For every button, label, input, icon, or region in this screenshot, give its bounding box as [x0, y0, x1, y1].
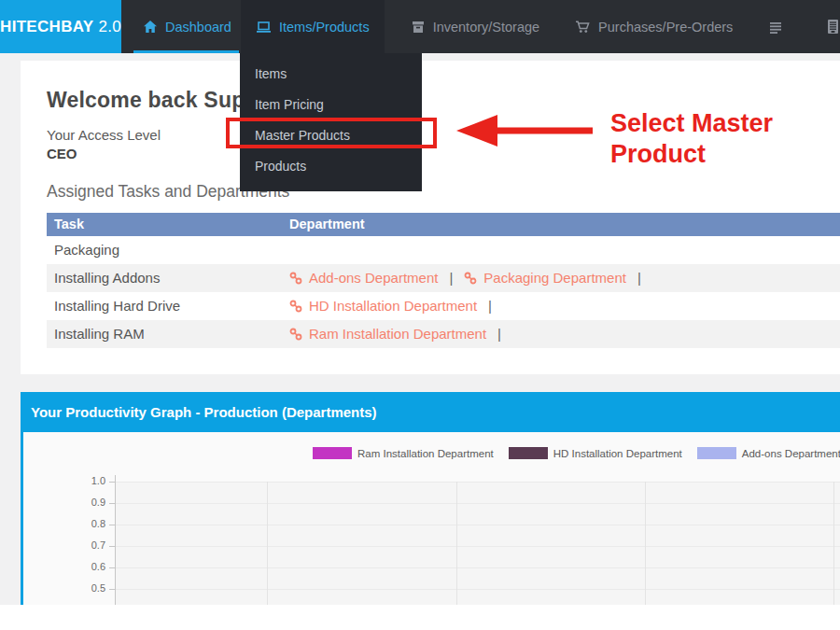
- table-row: Installing Addons Add-ons Department | P…: [47, 264, 840, 292]
- archive-icon: [411, 20, 426, 35]
- y-axis-tick: 0.7: [81, 539, 105, 551]
- annotation-text: Select Master Product: [610, 108, 773, 170]
- task-cell: Installing Hard Drive: [47, 292, 289, 320]
- column-header-task: Task: [47, 213, 289, 236]
- task-cell: Installing RAM: [47, 320, 289, 348]
- department-link-label: HD Installation Department: [309, 292, 477, 320]
- y-axis-tick: 0.5: [81, 582, 105, 594]
- brand-logo[interactable]: HITECHBAY 2.0: [0, 0, 121, 53]
- y-axis-tick: 1.0: [81, 475, 105, 486]
- y-axis-tick: 0.9: [81, 497, 105, 508]
- nav-label: Dashboard: [165, 20, 231, 35]
- annotation-arrow-icon: [455, 113, 595, 148]
- task-list-icon: [768, 20, 783, 35]
- task-cell: Installing Addons: [47, 264, 289, 292]
- department-link-label: Add-ons Department: [309, 264, 438, 292]
- chart-panel-title: Your Productivity Graph - Production (De…: [21, 392, 840, 432]
- laptop-icon: [256, 20, 272, 35]
- y-axis-tickmark: [109, 503, 115, 504]
- chart-legend: Ram Installation Department HD Installat…: [313, 447, 840, 459]
- plot-background: [116, 482, 840, 605]
- tasks-departments-table: Task Department Packaging Installing Add…: [47, 213, 840, 348]
- legend-label: Ram Installation Department: [357, 448, 494, 459]
- task-cell: Packaging: [47, 236, 289, 264]
- dropdown-item-items[interactable]: Items: [240, 59, 422, 90]
- dropdown-item-item-pricing[interactable]: Item Pricing: [240, 90, 422, 120]
- department-cell: Add-ons Department | Packaging Departmen…: [289, 264, 840, 292]
- department-link[interactable]: HD Installation Department: [289, 292, 477, 320]
- cart-icon: [575, 20, 591, 35]
- department-cell: Ram Installation Department |: [289, 320, 840, 348]
- highlight-rectangle: [226, 118, 437, 148]
- department-cell: [289, 236, 840, 264]
- gridline: [116, 546, 840, 547]
- productivity-graph-panel: Your Productivity Graph - Production (De…: [21, 392, 840, 605]
- y-axis-line: [115, 475, 116, 605]
- nav-item-tasks-operations[interactable]: [759, 0, 800, 53]
- legend-item[interactable]: Add-ons Department: [697, 447, 840, 459]
- welcome-heading: Welcome back Sup: [47, 88, 245, 113]
- nav-item-items-products[interactable]: Items/Products: [241, 0, 385, 53]
- gridline: [645, 482, 646, 605]
- nav-item-reports[interactable]: [817, 0, 840, 53]
- top-navbar: HITECHBAY 2.0 Dashboard Items/Products I…: [0, 0, 840, 53]
- separator: |: [488, 292, 492, 320]
- gridline: [456, 482, 457, 605]
- y-axis-tickmark: [109, 567, 115, 568]
- link-icon: [289, 300, 302, 313]
- legend-item[interactable]: HD Installation Department: [509, 447, 682, 459]
- annotation-line-2: Product: [610, 139, 773, 170]
- department-cell: HD Installation Department |: [289, 292, 840, 320]
- separator: |: [449, 264, 453, 292]
- gridline: [267, 482, 268, 605]
- nav-label: Inventory/Storage: [433, 20, 539, 35]
- department-link-label: Ram Installation Department: [309, 320, 486, 348]
- separator: |: [637, 264, 641, 292]
- department-link[interactable]: Packaging Department: [464, 264, 626, 292]
- gridline: [116, 589, 840, 590]
- dropdown-item-products[interactable]: Products: [240, 151, 422, 182]
- y-axis-tick: 0.8: [81, 518, 105, 529]
- table-header-row: Task Department: [47, 213, 840, 236]
- brand-name: HITECHBAY: [0, 18, 93, 36]
- nav-label: Items/Products: [279, 20, 370, 35]
- department-link[interactable]: Ram Installation Department: [289, 320, 486, 348]
- legend-label: Add-ons Department: [742, 448, 840, 459]
- y-axis-tickmark: [109, 525, 115, 525]
- table-row: Installing RAM Ram Installation Departme…: [47, 320, 840, 348]
- nav-item-dashboard[interactable]: Dashboard: [133, 0, 241, 53]
- gridline: [116, 482, 840, 483]
- ledger-icon: [826, 19, 840, 35]
- active-tab-underline: [133, 50, 239, 53]
- nav-item-purchases-preorders[interactable]: Purchases/Pre-Orders: [566, 0, 742, 53]
- brand-version: 2.0: [98, 18, 121, 36]
- y-axis-tickmark: [109, 589, 115, 590]
- legend-swatch: [509, 447, 548, 459]
- link-icon: [464, 272, 477, 285]
- department-link-label: Packaging Department: [483, 264, 626, 292]
- y-axis-tickmark: [109, 546, 115, 547]
- gridline: [116, 525, 840, 525]
- annotation-line-1: Select Master: [610, 108, 773, 139]
- legend-label: HD Installation Department: [553, 448, 682, 459]
- legend-item[interactable]: Ram Installation Department: [313, 447, 494, 459]
- column-header-department: Department: [289, 213, 840, 236]
- gridline: [833, 482, 834, 605]
- legend-swatch: [697, 447, 736, 459]
- chart-area: Ram Installation Department HD Installat…: [21, 432, 840, 605]
- y-axis-tick: 0.6: [81, 561, 105, 572]
- table-row: Installing Hard Drive HD Installation De…: [47, 292, 840, 320]
- home-icon: [143, 20, 158, 35]
- link-icon: [289, 272, 302, 285]
- gridline: [116, 503, 840, 504]
- department-link[interactable]: Add-ons Department: [289, 264, 438, 292]
- nav-menu: Dashboard Items/Products Inventory/Stora…: [133, 0, 840, 53]
- nav-item-inventory-storage[interactable]: Inventory/Storage: [401, 0, 549, 53]
- separator: |: [497, 320, 501, 348]
- table-row: Packaging: [47, 236, 840, 264]
- legend-swatch: [313, 447, 352, 459]
- nav-label: Purchases/Pre-Orders: [598, 20, 733, 35]
- access-level-value: CEO: [47, 146, 77, 161]
- gridline: [116, 567, 840, 568]
- access-level-label: Your Access Level: [47, 127, 161, 143]
